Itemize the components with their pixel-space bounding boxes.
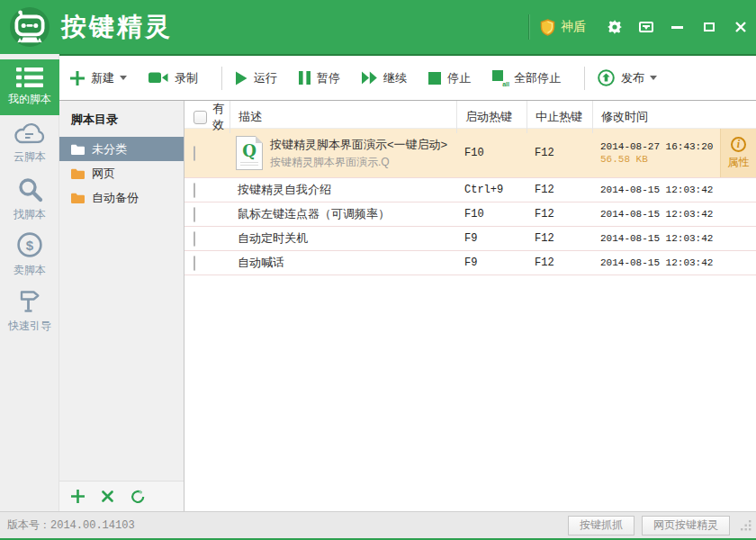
delete-script-button[interactable] bbox=[102, 490, 113, 502]
sidebar-item-my-scripts[interactable]: 我的脚本 bbox=[0, 59, 59, 115]
stop-all-button[interactable]: all 全部停止 bbox=[492, 70, 561, 86]
modified-time: 2014-08-27 16:43:20 bbox=[600, 141, 720, 152]
publish-button[interactable]: 发布 bbox=[598, 69, 657, 86]
resume-label: 继续 bbox=[383, 70, 407, 86]
publish-label: 发布 bbox=[621, 70, 644, 86]
sidebar-item-quick-guide[interactable]: 快速引导 bbox=[0, 283, 59, 338]
script-title: 自动定时关机 bbox=[230, 230, 456, 247]
statusbar: 版本号：2014.00.14103 按键抓抓 网页按键精灵 bbox=[0, 511, 756, 540]
properties-button[interactable]: i 属性 bbox=[720, 129, 756, 177]
start-hotkey: F10 bbox=[456, 208, 526, 220]
resume-button[interactable]: 继续 bbox=[362, 70, 407, 86]
list-icon bbox=[16, 68, 43, 87]
app-window: 按键精灵 神盾 bbox=[0, 0, 756, 540]
titlebar: 按键精灵 神盾 bbox=[0, 0, 756, 54]
maximize-button[interactable] bbox=[693, 0, 724, 54]
select-all-checkbox[interactable] bbox=[194, 111, 207, 124]
web-anjian-button[interactable]: 网页按键精灵 bbox=[642, 516, 730, 536]
row-checkbox[interactable] bbox=[194, 183, 195, 198]
script-title: 鼠标左键连点器（可调频率） bbox=[230, 206, 456, 222]
folder-icon bbox=[71, 193, 85, 203]
toolbar-divider bbox=[584, 67, 585, 90]
sidebar-item-label: 找脚本 bbox=[14, 207, 46, 222]
add-script-button[interactable] bbox=[71, 490, 85, 503]
header-abort-hotkey[interactable]: 中止热键 bbox=[526, 101, 592, 133]
close-icon bbox=[735, 22, 746, 32]
script-title: 按键精灵自我介绍 bbox=[230, 182, 456, 198]
sidebar-item-cloud-scripts[interactable]: 云脚本 bbox=[0, 115, 59, 171]
folder-item-uncategorized[interactable]: 未分类 bbox=[59, 137, 184, 161]
script-table: 有效 描述 启动热键 中止热键 修改时间 Q 按键精灵脚本界面演示<一键启动> … bbox=[184, 101, 756, 511]
stop-button[interactable]: 停止 bbox=[428, 70, 471, 86]
row-checkbox[interactable] bbox=[194, 256, 195, 271]
toolbar-divider bbox=[221, 67, 222, 90]
caret-down-icon bbox=[650, 76, 657, 80]
settings-button[interactable] bbox=[598, 0, 630, 54]
run-button[interactable]: 运行 bbox=[235, 70, 277, 86]
table-row[interactable]: 自动喊话 F9 F12 2014-08-15 12:03:42 bbox=[184, 251, 756, 275]
sidebar-item-sell-scripts[interactable]: $ 卖脚本 bbox=[0, 227, 59, 283]
play-icon bbox=[235, 71, 248, 86]
version-label: 版本号：2014.00.14103 bbox=[7, 518, 135, 533]
plus-icon bbox=[70, 71, 85, 86]
folder-label: 自动备份 bbox=[92, 190, 139, 206]
table-row[interactable]: 按键精灵自我介绍 Ctrl+9 F12 2014-08-15 12:03:42 bbox=[184, 178, 756, 202]
row-checkbox[interactable] bbox=[194, 207, 195, 222]
table-row[interactable]: 鼠标左键连点器（可调频率） F10 F12 2014-08-15 12:03:4… bbox=[184, 202, 756, 227]
key-capture-button[interactable]: 按键抓抓 bbox=[568, 516, 634, 536]
titlebar-right: 神盾 bbox=[528, 0, 756, 54]
start-hotkey: F9 bbox=[456, 232, 526, 245]
maximize-icon bbox=[704, 22, 715, 32]
table-row-selected[interactable]: Q 按键精灵脚本界面演示<一键启动> 按键精灵脚本界面演示.Q F10 F12 … bbox=[184, 129, 756, 178]
folder-item-web[interactable]: 网页 bbox=[59, 161, 184, 185]
sidebar-item-label: 云脚本 bbox=[14, 149, 46, 165]
info-icon: i bbox=[731, 137, 746, 152]
minimize-button[interactable] bbox=[662, 0, 693, 54]
shield-button[interactable]: 神盾 bbox=[529, 0, 598, 54]
record-label: 录制 bbox=[175, 70, 198, 86]
refresh-icon bbox=[130, 490, 146, 504]
window-controls bbox=[598, 0, 756, 54]
modified-time: 2014-08-15 12:03:42 bbox=[592, 233, 720, 244]
table-row[interactable]: 自动定时关机 F9 F12 2014-08-15 12:03:42 bbox=[184, 227, 756, 251]
delete-icon bbox=[102, 490, 113, 502]
script-file-icon: Q bbox=[236, 136, 263, 170]
svg-text:$: $ bbox=[26, 238, 34, 253]
sidebar-item-label: 快速引导 bbox=[8, 319, 51, 334]
modified-time: 2014-08-15 12:03:42 bbox=[592, 184, 720, 195]
script-title: 自动喊话 bbox=[230, 255, 456, 271]
script-directory-panel: 脚本目录 未分类 网页 自动备份 bbox=[59, 101, 184, 511]
header-modified-time[interactable]: 修改时间 bbox=[592, 101, 720, 133]
abort-hotkey: F12 bbox=[526, 147, 592, 159]
abort-hotkey: F12 bbox=[526, 232, 592, 245]
run-label: 运行 bbox=[254, 70, 277, 86]
sidebar-item-find-scripts[interactable]: 找脚本 bbox=[0, 171, 59, 227]
shield-label: 神盾 bbox=[561, 19, 586, 35]
new-button[interactable]: 新建 bbox=[70, 70, 127, 86]
header-description[interactable]: 描述 bbox=[230, 101, 456, 133]
pause-button[interactable]: 暂停 bbox=[299, 70, 340, 86]
start-hotkey: F9 bbox=[456, 256, 526, 269]
toolbar: 新建 录制 运行 暂停 bbox=[59, 54, 756, 101]
sidebar-item-label: 我的脚本 bbox=[8, 92, 51, 107]
record-button[interactable]: 录制 bbox=[148, 70, 198, 86]
shield-icon bbox=[540, 19, 555, 36]
modified-time: 2014-08-15 12:03:42 bbox=[592, 257, 720, 268]
resize-grip[interactable] bbox=[741, 519, 752, 531]
header-valid: 有效 bbox=[212, 101, 230, 133]
new-label: 新建 bbox=[91, 70, 114, 86]
robot-logo-icon bbox=[9, 6, 50, 48]
minimize-to-tray-button[interactable] bbox=[630, 0, 662, 54]
row-checkbox[interactable] bbox=[194, 146, 195, 161]
sidebar: 我的脚本 云脚本 找脚本 $ 卖脚本 bbox=[0, 54, 59, 511]
close-button[interactable] bbox=[724, 0, 756, 54]
modified-time: 2014-08-15 12:03:42 bbox=[592, 209, 720, 220]
properties-label: 属性 bbox=[728, 155, 750, 170]
row-checkbox[interactable] bbox=[194, 231, 195, 247]
folder-item-auto-backup[interactable]: 自动备份 bbox=[59, 185, 184, 210]
table-header: 有效 描述 启动热键 中止热键 修改时间 bbox=[184, 101, 756, 129]
refresh-button[interactable] bbox=[130, 490, 146, 504]
abort-hotkey: F12 bbox=[526, 256, 592, 269]
header-start-hotkey[interactable]: 启动热键 bbox=[456, 101, 526, 133]
folder-actions-bar bbox=[59, 481, 184, 511]
